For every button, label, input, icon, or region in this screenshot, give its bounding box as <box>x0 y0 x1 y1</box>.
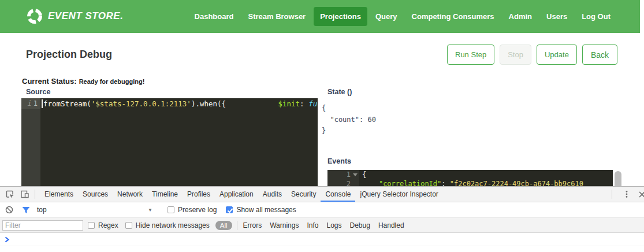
tab-security[interactable]: Security <box>286 187 321 202</box>
chevron-down-icon: ▼ <box>148 207 152 213</box>
app-header: EVENT STORE. Dashboard Stream Browser Pr… <box>0 0 640 33</box>
console-toolbar: top ▼ Preserve log Show all messages <box>0 202 644 218</box>
tab-jquery-selector-inspector[interactable]: jQuery Selector Inspector <box>355 187 442 202</box>
execution-context-value: top <box>37 206 47 214</box>
source-section-label: Source <box>26 88 50 96</box>
code-plain: : <box>300 99 308 108</box>
console-prompt[interactable] <box>0 233 644 246</box>
code-string: '$stats-127.0.0.1:2113' <box>91 99 191 108</box>
tab-network[interactable]: Network <box>113 187 147 202</box>
events-line-number: 1 <box>327 170 351 179</box>
back-button[interactable]: Back <box>582 45 617 65</box>
nav-item-admin[interactable]: Admin <box>502 7 538 26</box>
source-code-line: fromStream('$stats-127.0.0.1:2113').when… <box>43 99 317 110</box>
checkbox-unchecked-icon <box>125 222 132 229</box>
screen: EVENT STORE. Dashboard Stream Browser Pr… <box>0 0 644 252</box>
code-plain: : <box>441 180 449 186</box>
events-line-number: 2 <box>327 179 351 186</box>
tab-sources[interactable]: Sources <box>78 187 113 202</box>
console-messages-area <box>0 233 644 252</box>
stop-button[interactable]: Stop <box>500 45 531 65</box>
events-code-line: { <box>362 170 366 179</box>
level-filter-debug[interactable]: Debug <box>350 221 370 229</box>
tab-timeline[interactable]: Timeline <box>147 187 183 202</box>
inspect-element-icon[interactable] <box>5 189 15 199</box>
info-annotation-icon: i <box>28 99 32 108</box>
main-nav: Dashboard Stream Browser Projections Que… <box>188 0 617 33</box>
update-button[interactable]: Update <box>537 45 577 65</box>
show-all-messages-label: Show all messages <box>236 206 296 214</box>
code-plain: ).when({ <box>191 99 226 108</box>
code-plain: fromStream( <box>43 99 91 108</box>
current-status: Current Status:Ready for debugging! <box>22 76 144 86</box>
run-step-button[interactable]: Run Step <box>447 45 494 65</box>
hide-network-messages-label: Hide network messages <box>136 221 210 229</box>
event-store-logo-text: EVENT STORE. <box>48 10 123 22</box>
regex-label: Regex <box>98 221 118 229</box>
text-cursor <box>42 99 43 108</box>
level-filter-warnings[interactable]: Warnings <box>270 221 299 229</box>
checkbox-unchecked-icon <box>167 206 174 213</box>
code-function-keyword: fu <box>308 99 317 108</box>
code-whitespace <box>226 99 278 108</box>
console-prompt-chevron-icon <box>5 236 10 243</box>
tab-profiles[interactable]: Profiles <box>183 187 215 202</box>
nav-item-query[interactable]: Query <box>369 7 404 26</box>
state-json-line: } <box>322 125 376 137</box>
nav-item-dashboard[interactable]: Dashboard <box>188 7 240 26</box>
events-code-editor[interactable]: 1 { 2 "correlationId": "f2c02ac7-2224-49… <box>327 170 613 186</box>
current-status-label: Current Status: <box>22 77 77 86</box>
regex-checkbox[interactable]: Regex <box>88 221 118 229</box>
checkbox-unchecked-icon <box>88 222 95 229</box>
preserve-log-label: Preserve log <box>178 206 217 214</box>
nav-item-projections[interactable]: Projections <box>314 7 367 26</box>
nav-item-users[interactable]: Users <box>540 7 574 26</box>
tab-console[interactable]: Console <box>321 187 355 202</box>
code-whitespace <box>362 180 379 186</box>
state-json: { "count": 60 } <box>322 103 376 137</box>
source-editor-gutter <box>21 98 40 186</box>
devtools-panel: Elements Sources Network Timeline Profil… <box>0 186 644 252</box>
show-all-messages-checkbox[interactable]: Show all messages <box>226 206 296 214</box>
devtools-menu-icon[interactable] <box>621 189 632 199</box>
devtools-tab-bar: Elements Sources Network Timeline Profil… <box>0 187 644 202</box>
state-json-line: { <box>322 103 376 114</box>
devtools-close-icon[interactable] <box>636 189 644 199</box>
tab-audits[interactable]: Audits <box>258 187 286 202</box>
filter-funnel-icon[interactable] <box>22 206 30 214</box>
event-store-logo-icon <box>26 8 43 25</box>
filter-input[interactable] <box>2 220 83 231</box>
preserve-log-checkbox[interactable]: Preserve log <box>167 206 217 214</box>
console-filter-bar: Regex Hide network messages All Errors W… <box>0 218 644 233</box>
action-buttons: Run Step Stop Update Back <box>447 45 617 65</box>
source-line-number: 1 <box>33 99 38 108</box>
state-section-label: State () <box>327 88 352 96</box>
execution-context-select[interactable]: top ▼ <box>37 206 152 214</box>
events-code-line: "correlationId": "f2c02ac7-2224-49cb-a67… <box>362 179 583 186</box>
state-json-line: "count": 60 <box>322 114 376 126</box>
page-title: Projection Debug <box>26 49 112 61</box>
event-store-logo: EVENT STORE. <box>26 8 123 25</box>
nav-item-log-out[interactable]: Log Out <box>575 7 617 26</box>
code-keyword: $init <box>278 99 300 108</box>
clear-console-icon[interactable] <box>5 206 13 214</box>
separator <box>35 190 35 199</box>
level-filter-info[interactable]: Info <box>307 221 318 229</box>
nav-item-stream-browser[interactable]: Stream Browser <box>241 7 312 26</box>
source-code-editor[interactable]: i1 fromStream('$stats-127.0.0.1:2113').w… <box>21 98 318 186</box>
separator <box>237 221 237 230</box>
level-filter-errors[interactable]: Errors <box>243 221 262 229</box>
tab-application[interactable]: Application <box>215 187 258 202</box>
source-gutter-line-1: i1 <box>21 98 40 109</box>
nav-item-competing-consumers[interactable]: Competing Consumers <box>405 7 501 26</box>
device-toolbar-icon[interactable] <box>20 189 30 199</box>
level-filter-all[interactable]: All <box>215 221 232 230</box>
code-json-key: "correlationId" <box>379 180 441 186</box>
level-filter-handled[interactable]: Handled <box>378 221 404 229</box>
tab-elements[interactable]: Elements <box>40 187 78 202</box>
current-status-value: Ready for debugging! <box>79 78 145 85</box>
events-section-label: Events <box>327 157 351 165</box>
level-filter-logs[interactable]: Logs <box>326 221 341 229</box>
hide-network-messages-checkbox[interactable]: Hide network messages <box>125 221 210 229</box>
code-fold-icon[interactable] <box>353 173 358 176</box>
